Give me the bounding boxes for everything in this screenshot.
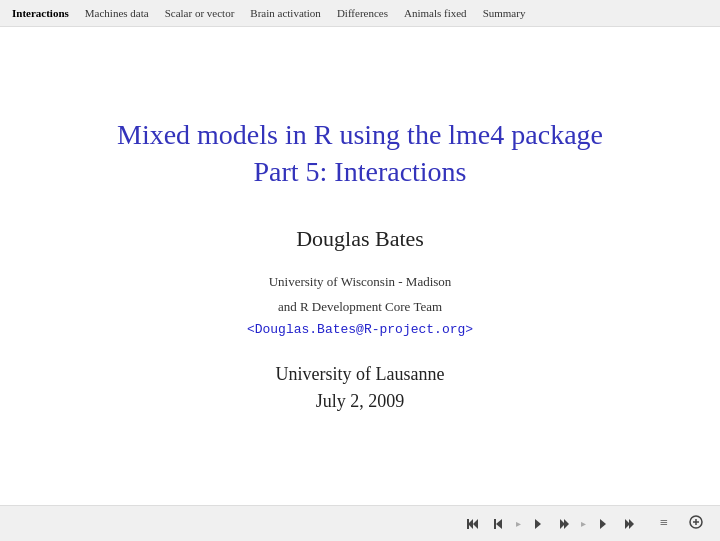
slide-affiliation-line2: and R Development Core Team <box>278 297 442 318</box>
svg-marker-3 <box>496 519 502 529</box>
first-page-button[interactable] <box>462 513 484 535</box>
svg-text:≡: ≡ <box>660 515 668 530</box>
slide-title: Mixed models in R using the lme4 package… <box>117 117 603 190</box>
svg-marker-1 <box>473 519 478 529</box>
svg-marker-7 <box>564 519 569 529</box>
nav-item-animals-fixed[interactable]: Animals fixed <box>396 0 475 26</box>
nav-item-brain-activation[interactable]: Brain activation <box>242 0 329 26</box>
nav-arrow-right-4[interactable] <box>618 513 640 535</box>
slide-title-line2: Part 5: Interactions <box>253 156 466 187</box>
prev-page-button[interactable] <box>488 513 510 535</box>
bottom-toolbar: ▸ ▸ ≡ <box>0 505 720 541</box>
svg-rect-2 <box>467 519 469 529</box>
nav-arrow-right-3[interactable] <box>592 513 614 535</box>
nav-arrow-right-2[interactable] <box>553 513 575 535</box>
svg-marker-5 <box>535 519 541 529</box>
nav-bar: Interactions Machines data Scalar or vec… <box>0 0 720 27</box>
nav-separator-1: ▸ <box>516 518 521 529</box>
slide-author: Douglas Bates <box>296 226 424 252</box>
slide-title-line1: Mixed models in R using the lme4 package <box>117 119 603 150</box>
nav-arrow-right-1[interactable] <box>527 513 549 535</box>
slide-affiliation-line1: University of Wisconsin - Madison <box>269 272 452 293</box>
svg-marker-10 <box>629 519 634 529</box>
nav-separator-2: ▸ <box>581 518 586 529</box>
slide-venue-line1: University of Lausanne <box>276 361 445 388</box>
nav-item-interactions[interactable]: Interactions <box>4 0 77 26</box>
svg-marker-8 <box>600 519 606 529</box>
nav-item-summary[interactable]: Summary <box>475 0 534 26</box>
slide-email[interactable]: <Douglas.Bates@R-project.org> <box>247 322 473 337</box>
svg-rect-4 <box>494 519 496 529</box>
nav-item-machines-data[interactable]: Machines data <box>77 0 157 26</box>
nav-item-differences[interactable]: Differences <box>329 0 396 26</box>
slide-venue-line2: July 2, 2009 <box>316 388 405 415</box>
nav-item-scalar-or-vector[interactable]: Scalar or vector <box>157 0 243 26</box>
slide-main: Mixed models in R using the lme4 package… <box>0 27 720 505</box>
zoom-out-icon[interactable]: ≡ <box>656 512 680 536</box>
zoom-in-icon[interactable] <box>684 512 708 536</box>
